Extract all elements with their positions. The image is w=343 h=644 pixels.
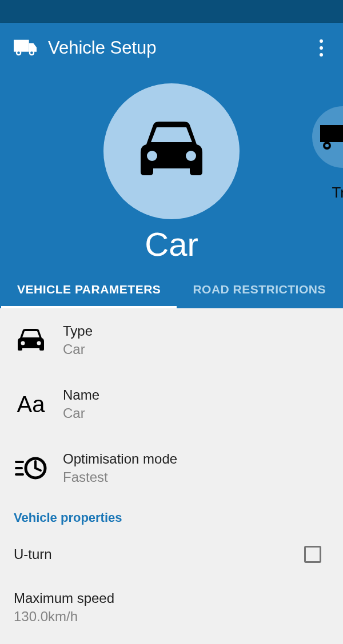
name-label: Name: [63, 387, 329, 403]
tabs: VEHICLE PARAMETERS ROAD RESTRICTIONS: [0, 273, 343, 308]
car-icon: [131, 117, 212, 186]
name-row[interactable]: Aa Name Car: [0, 372, 343, 436]
vehicle-truck-label-partial: Tr: [332, 184, 343, 202]
car-small-icon: [14, 327, 48, 354]
max-speed-row[interactable]: Maximum speed 130.0km/h: [0, 577, 343, 625]
svg-point-9: [325, 144, 329, 147]
tab-road-restrictions[interactable]: ROAD RESTRICTIONS: [177, 273, 342, 308]
status-bar: [0, 0, 343, 23]
speed-clock-icon: [14, 454, 48, 482]
optimisation-label: Optimisation mode: [63, 451, 329, 467]
truck-icon: [14, 37, 37, 59]
uturn-label: U-turn: [14, 546, 304, 562]
text-icon: Aa: [14, 391, 48, 418]
vehicle-avatar-truck[interactable]: [312, 106, 343, 168]
svg-point-6: [186, 151, 196, 161]
truck-icon: [314, 123, 343, 151]
type-row[interactable]: Type Car: [0, 308, 343, 372]
optimisation-value: Fastest: [63, 469, 329, 485]
max-speed-label: Maximum speed: [14, 590, 329, 606]
optimisation-row[interactable]: Optimisation mode Fastest: [0, 436, 343, 500]
app-bar: Vehicle Setup: [0, 23, 343, 73]
name-value: Car: [63, 405, 329, 421]
app-bar-title: Vehicle Setup: [48, 38, 157, 58]
tab-vehicle-parameters[interactable]: VEHICLE PARAMETERS: [1, 273, 177, 308]
vehicle-hero: Tr Car VEHICLE PARAMETERS ROAD RESTRICTI…: [0, 73, 343, 308]
vehicle-name-title: Car: [0, 225, 343, 263]
svg-rect-0: [14, 40, 29, 52]
svg-point-10: [21, 341, 25, 345]
svg-line-14: [35, 468, 41, 470]
svg-point-5: [147, 151, 157, 161]
svg-point-4: [30, 51, 33, 54]
svg-rect-7: [320, 125, 343, 142]
type-label: Type: [63, 323, 329, 339]
type-value: Car: [63, 341, 329, 357]
vehicle-avatar-car[interactable]: [103, 83, 240, 219]
svg-point-11: [37, 341, 41, 345]
section-vehicle-properties: Vehicle properties: [0, 500, 343, 532]
uturn-row[interactable]: U-turn: [0, 532, 343, 577]
uturn-checkbox[interactable]: [304, 546, 321, 563]
dots-vertical-icon: [320, 39, 323, 43]
max-speed-value: 130.0km/h: [14, 609, 329, 625]
svg-point-2: [17, 51, 20, 54]
content: Type Car Aa Name Car Optimisation mode F…: [0, 308, 343, 625]
overflow-menu-button[interactable]: [310, 37, 333, 59]
